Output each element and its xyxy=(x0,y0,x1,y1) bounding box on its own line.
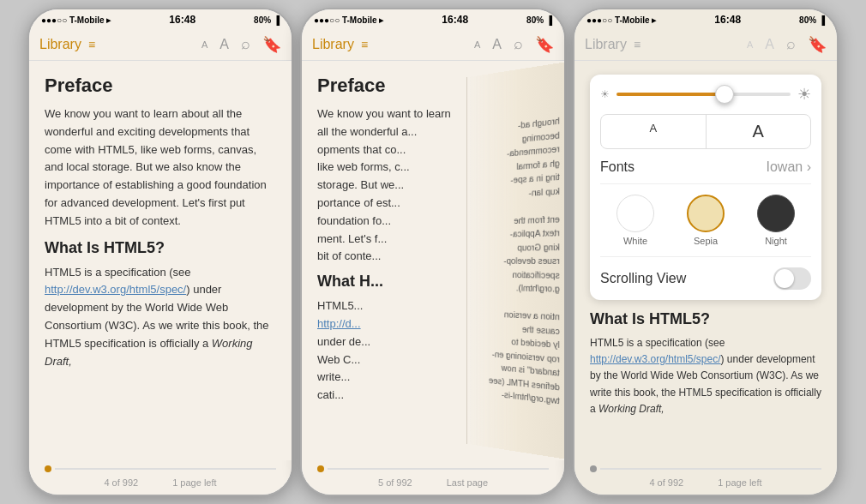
menu-icon-middle[interactable]: ≡ xyxy=(361,38,368,51)
page-number-middle: 5 of 992 xyxy=(378,477,412,488)
footer-right: 4 of 992 1 page left xyxy=(574,474,837,495)
scrolling-row: Scrolling View xyxy=(600,267,811,290)
nav-icons-right: A A ⌕ 🔖 xyxy=(747,35,827,54)
phone-right: ●●●○○ T-Mobile ▸ 16:48 80% ▐ Library ≡ A… xyxy=(573,8,839,496)
battery-left: 80% ▐ xyxy=(254,15,280,25)
color-label-white: White xyxy=(623,236,647,246)
fonts-value-text: Iowan xyxy=(767,159,803,174)
library-button-middle[interactable]: Library xyxy=(312,37,354,52)
brightness-row: ☀ ☀ xyxy=(600,85,811,104)
pages-remaining-left: 1 page left xyxy=(172,477,216,488)
font-small-middle[interactable]: A xyxy=(474,39,480,50)
fonts-value[interactable]: Iowan › xyxy=(767,159,811,175)
search-icon-middle[interactable]: ⌕ xyxy=(514,35,523,53)
color-option-white[interactable]: White xyxy=(616,195,654,246)
progress-dot-left xyxy=(45,465,51,472)
bookmark-icon-right[interactable]: 🔖 xyxy=(808,35,827,54)
phone-middle: ●●●○○ T-Mobile ▸ 16:48 80% ▐ Library ≡ A… xyxy=(300,8,566,496)
font-size-small-btn[interactable]: A xyxy=(601,115,707,148)
signal-middle: ●●●○○ T-Mobile ▸ xyxy=(314,15,383,25)
progress-dot-right xyxy=(590,465,597,472)
fonts-row: Fonts Iowan › xyxy=(600,159,811,184)
brightness-high-icon: ☀ xyxy=(797,85,811,104)
fonts-label: Fonts xyxy=(600,159,634,175)
book-title-left: Preface xyxy=(45,75,276,97)
para2-link[interactable]: http://dev.w3.org/html5/spec/ xyxy=(45,283,186,296)
nav-bar-left: Library ≡ A A ⌕ 🔖 xyxy=(29,28,292,61)
nav-bar-right: Library ≡ A A ⌕ 🔖 xyxy=(574,28,837,61)
chevron-right-icon: › xyxy=(807,159,811,174)
nav-icons-middle: A A ⌕ 🔖 xyxy=(474,35,554,54)
scrolling-toggle[interactable] xyxy=(773,267,811,290)
battery-right: 80% ▐ xyxy=(799,15,825,25)
font-size-large-btn[interactable]: A xyxy=(707,115,811,148)
para2-start-right: HTML5 is a specification (see xyxy=(590,337,725,349)
book-heading2-left: What Is HTML5? xyxy=(45,239,276,257)
phone-left: ●●●○○ T-Mobile ▸ 16:48 80% ▐ Library ≡ A… xyxy=(27,8,293,496)
book-paragraph1-left: We know you want to learn about all the … xyxy=(45,105,276,231)
nav-bar-middle: Library ≡ A A ⌕ 🔖 xyxy=(302,28,564,61)
color-label-night: Night xyxy=(765,236,787,246)
bookmark-icon-middle[interactable]: 🔖 xyxy=(535,35,554,54)
settings-panel: ☀ ☀ A A Fonts Iowan › xyxy=(590,75,821,300)
book-paragraph2-right: HTML5 is a specification (see http://dev… xyxy=(590,335,821,417)
color-row: White Sepia Night xyxy=(600,195,811,257)
font-large-middle[interactable]: A xyxy=(492,37,502,52)
progress-line-middle xyxy=(328,468,549,470)
progress-line-left xyxy=(55,468,276,470)
time-middle: 16:48 xyxy=(442,14,468,26)
para2-start: HTML5 is a specification (see xyxy=(45,266,191,279)
pages-remaining-right: 1 page left xyxy=(718,477,761,488)
page-curl-text: hrough ad-becomingrecommenda-gh a formal… xyxy=(467,61,564,410)
time-left: 16:48 xyxy=(169,14,195,26)
pages-remaining-middle: Last page xyxy=(447,477,488,488)
brightness-slider[interactable] xyxy=(616,93,791,96)
para2-link-right[interactable]: http://dev.w3.org/html5/spec/ xyxy=(590,353,721,365)
progress-line-right xyxy=(600,468,821,470)
battery-middle: 80% ▐ xyxy=(526,15,552,25)
color-label-sepia: Sepia xyxy=(694,236,718,246)
status-bar-middle: ●●●○○ T-Mobile ▸ 16:48 80% ▐ xyxy=(302,9,564,28)
time-right: 16:48 xyxy=(714,14,741,26)
progress-bar-middle xyxy=(302,460,564,474)
bookmark-icon-left[interactable]: 🔖 xyxy=(262,35,281,54)
book-content-left: Preface We know you want to learn about … xyxy=(29,61,292,460)
book-content-right: ☀ ☀ A A Fonts Iowan › xyxy=(574,61,837,460)
brightness-low-icon: ☀ xyxy=(600,88,610,100)
page-curl: hrough ad-becomingrecommenda-gh a formal… xyxy=(466,61,564,460)
book-content-middle: Preface We know you want to learnall the… xyxy=(302,61,564,460)
status-bar-right: ●●●○○ T-Mobile ▸ 16:48 80% ▐ xyxy=(574,9,837,28)
page-number-right: 4 of 992 xyxy=(649,477,683,488)
library-button-left[interactable]: Library xyxy=(39,37,81,52)
page-number-left: 4 of 992 xyxy=(104,477,138,488)
font-large-right[interactable]: A xyxy=(765,37,774,52)
menu-icon-left[interactable]: ≡ xyxy=(88,38,95,51)
para2-italic-right: Working Draft, xyxy=(598,403,665,415)
color-option-sepia[interactable]: Sepia xyxy=(687,195,725,246)
slider-thumb[interactable] xyxy=(715,85,734,104)
font-size-row: A A xyxy=(600,114,811,149)
menu-icon-right[interactable]: ≡ xyxy=(634,38,640,51)
color-circle-night xyxy=(757,195,795,232)
font-small-right[interactable]: A xyxy=(747,39,753,50)
scrolling-label: Scrolling View xyxy=(600,271,686,286)
nav-icons-left: A A ⌕ 🔖 xyxy=(201,35,281,54)
color-option-night[interactable]: Night xyxy=(757,195,795,246)
footer-left: 4 of 992 1 page left xyxy=(29,474,292,495)
signal-left: ●●●○○ T-Mobile ▸ xyxy=(41,15,111,25)
book-paragraph2-left: HTML5 is a specification (see http://dev… xyxy=(45,264,276,371)
book-heading2-right: What Is HTML5? xyxy=(590,310,821,328)
search-icon-left[interactable]: ⌕ xyxy=(241,35,250,53)
footer-middle: 5 of 992 Last page xyxy=(302,474,564,495)
search-icon-right[interactable]: ⌕ xyxy=(786,35,796,53)
main-container: ●●●○○ T-Mobile ▸ 16:48 80% ▐ Library ≡ A… xyxy=(0,0,866,504)
color-circle-white xyxy=(616,195,654,232)
signal-right: ●●●○○ T-Mobile ▸ xyxy=(586,15,656,25)
font-large-left[interactable]: A xyxy=(220,37,229,52)
library-button-right[interactable]: Library xyxy=(585,37,627,52)
progress-bar-left xyxy=(29,460,292,474)
color-circle-sepia xyxy=(687,195,725,232)
font-small-left[interactable]: A xyxy=(201,39,207,50)
status-bar-left: ●●●○○ T-Mobile ▸ 16:48 80% ▐ xyxy=(29,9,292,28)
toggle-knob xyxy=(775,269,794,288)
